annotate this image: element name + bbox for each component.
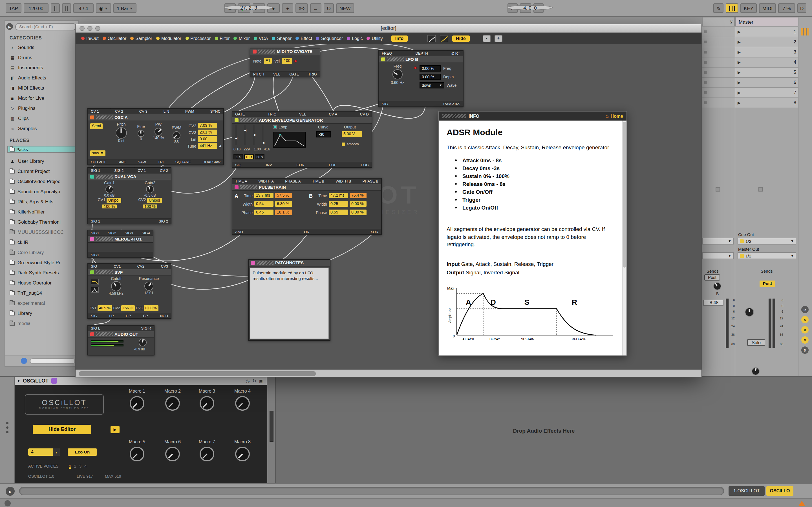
module-header[interactable]: AUDIO OUT <box>88 331 154 338</box>
macro-3-knob[interactable] <box>200 396 214 411</box>
selected-device-tab[interactable]: OSCILLO <box>766 486 794 496</box>
sidebar-item-tnt-aug14[interactable]: TnT_aug14 <box>7 288 77 298</box>
key-map-button[interactable]: KEY <box>741 3 757 13</box>
sidebar-item-clips[interactable]: ▥Clips <box>7 113 77 123</box>
nudge-up-button[interactable] <box>62 3 71 13</box>
sidebar-item-dark-synth[interactable]: Dark Synth Presets <box>7 268 77 278</box>
track-volume-value[interactable]: -8.48 <box>703 300 723 306</box>
port-nch[interactable]: NCH <box>160 314 168 318</box>
port-phase-b[interactable]: PHASE B <box>363 179 378 183</box>
toolbar-category-sampler[interactable]: Sampler <box>130 36 152 41</box>
port-time-a[interactable]: TIME A <box>235 179 247 183</box>
new-button[interactable]: NEW <box>336 3 354 13</box>
info-panel-header[interactable]: INFO ⌂Home <box>439 112 626 121</box>
macro-4-knob[interactable] <box>235 396 250 411</box>
port-cv1[interactable]: CV 1 <box>138 168 146 172</box>
cv2-amount[interactable]: 7.09 % <box>198 123 217 128</box>
port-sig1[interactable]: SIG 1 <box>91 168 100 172</box>
scene-row[interactable]: ▶5 <box>735 68 799 78</box>
hide-editor-button[interactable]: Hide Editor <box>33 425 91 434</box>
module-header[interactable]: MIDI TO CV/GATE <box>250 48 320 55</box>
scene-row[interactable]: ▶3 <box>735 47 799 57</box>
chevron-left-icon[interactable]: ◀ <box>219 144 221 148</box>
time-a-cv[interactable]: 57.5 % <box>275 193 292 198</box>
tune-value[interactable]: 441 Hz <box>198 143 217 149</box>
pw-knob[interactable] <box>154 128 162 136</box>
delay-section-toggle[interactable]: D <box>801 346 809 354</box>
sidebar-item-experimental[interactable]: experimental <box>7 298 77 308</box>
overdub-button[interactable]: + <box>282 3 293 13</box>
editor-horizontal-scrollbar[interactable] <box>75 370 702 377</box>
port-eof[interactable]: EOF <box>329 163 336 167</box>
sidebar-item-soundiron[interactable]: Soundiron Apocalyp <box>7 186 77 196</box>
sidebar-item-goldbaby[interactable]: Goldbaby Thermioni <box>7 217 77 227</box>
gain2-knob[interactable] <box>146 185 154 193</box>
port-sig[interactable]: SIG <box>91 264 97 268</box>
time-a-value[interactable]: 19.7 ms <box>254 193 273 198</box>
toolbar-category-shaper[interactable]: Shaper <box>272 36 292 41</box>
width-a-cv[interactable]: 6.30 % <box>275 201 292 207</box>
port-reset[interactable]: Ø RT <box>451 51 460 55</box>
port-eoc[interactable]: EOC <box>361 163 369 167</box>
port-sig-out[interactable]: SIG <box>91 314 97 318</box>
cue-volume-knob[interactable] <box>752 367 760 375</box>
scene-play-icon[interactable]: ▶ <box>738 60 741 64</box>
pw-value[interactable]: 140 % <box>150 136 167 140</box>
cue-out-selector[interactable]: 1/2▼ <box>738 238 796 244</box>
port-time-b[interactable]: TIME B <box>312 179 324 183</box>
pitch-value[interactable]: 0 st <box>110 138 132 143</box>
port-output[interactable]: OUTPUT <box>91 160 106 164</box>
filter-type-button[interactable] <box>91 279 99 285</box>
module-midi-to-cv-gate[interactable]: MIDI TO CV/GATE Note E1 Vel 100 PITCH VE… <box>250 48 320 77</box>
cutoff-knob[interactable] <box>111 281 121 291</box>
curve-value[interactable]: -30 <box>316 131 331 137</box>
port-saw[interactable]: SAW <box>138 160 146 164</box>
module-header[interactable]: ADSR ENVELOPE GENERATOR <box>232 117 371 124</box>
sidebar-item-greenwood[interactable]: Greenwood Style Pr <box>7 258 77 268</box>
port-sig1-out[interactable]: SIG1 <box>91 253 99 257</box>
port-cv3[interactable]: CV3 <box>161 264 168 268</box>
port-ramp[interactable]: RAMP 0-5 <box>443 102 460 106</box>
scene-play-icon[interactable]: ▶ <box>738 40 741 44</box>
filter-type-button[interactable] <box>91 287 99 293</box>
cable-style-button[interactable] <box>427 35 436 42</box>
port-vel[interactable]: VEL <box>299 112 306 116</box>
phase-a-cv[interactable]: 18.1 % <box>275 210 292 215</box>
cable-style-active-button[interactable] <box>440 35 448 42</box>
solo-button[interactable]: Solo <box>747 339 765 346</box>
module-header[interactable]: PATCHNOTES <box>249 260 330 267</box>
port-sig2-out[interactable]: SIG 2 <box>159 219 168 223</box>
track-header-partial[interactable]: y <box>702 17 735 26</box>
browser-collapse-button[interactable]: ▶ <box>6 23 13 30</box>
loop-length[interactable]: 4. 0. 0 <box>507 5 553 10</box>
voice-1-indicator[interactable]: 1 <box>69 464 71 469</box>
freq-value[interactable]: 3.60 Hz <box>382 80 413 84</box>
waveshape-select[interactable]: saw ▼ <box>90 151 106 156</box>
voice-3-indicator[interactable]: 3 <box>79 464 82 469</box>
module-header[interactable]: LFO B <box>379 56 463 63</box>
module-osc-a[interactable]: CV 1 CV 2 CV 3 LIN PWM SYNC OSC A Semi s… <box>87 108 224 165</box>
sidebar-item-audio-effects[interactable]: ◧Audio Effects <box>7 73 77 83</box>
macro-2-knob[interactable] <box>165 396 180 411</box>
time-signature[interactable]: 4 / 4 <box>73 3 94 13</box>
smooth-toggle[interactable] <box>342 142 345 146</box>
module-header[interactable]: MERGE 4TO1 <box>88 236 153 243</box>
module-lfo-b[interactable]: FREQ DEPTH Ø RT LFO B Freq 3.60 Hz 0.00 … <box>378 50 463 107</box>
output-value[interactable]: 5.00 V <box>342 131 362 137</box>
cv2-amount[interactable]: 100 % <box>143 205 157 209</box>
pitch-knob[interactable] <box>116 127 127 138</box>
sidebar-item-core-library[interactable]: Core Library <box>7 247 77 258</box>
depth-cv-amount[interactable]: 0.00 % <box>419 74 441 80</box>
home-button[interactable]: ⌂Home <box>605 113 623 119</box>
port-xor[interactable]: XOR <box>370 230 378 234</box>
port-sync[interactable]: SYNC <box>210 109 220 113</box>
cv1-mode[interactable]: Unipol <box>107 198 121 203</box>
macro-5-knob[interactable] <box>130 447 144 461</box>
port-sig2[interactable]: SIG 2 <box>114 168 123 172</box>
module-svf[interactable]: SIG CV1 CV2 CV3 SVF Cutoff 4.58 kHz Reso… <box>87 263 171 319</box>
port-sig1-out[interactable]: SIG 1 <box>91 219 100 223</box>
computer-midi-keyboard-button[interactable] <box>726 3 738 13</box>
note-value[interactable]: E1 <box>264 58 272 64</box>
cv3-amount[interactable]: 29.1 % <box>198 129 217 135</box>
sidebar-item-house-operator[interactable]: House Operator <box>7 278 77 288</box>
